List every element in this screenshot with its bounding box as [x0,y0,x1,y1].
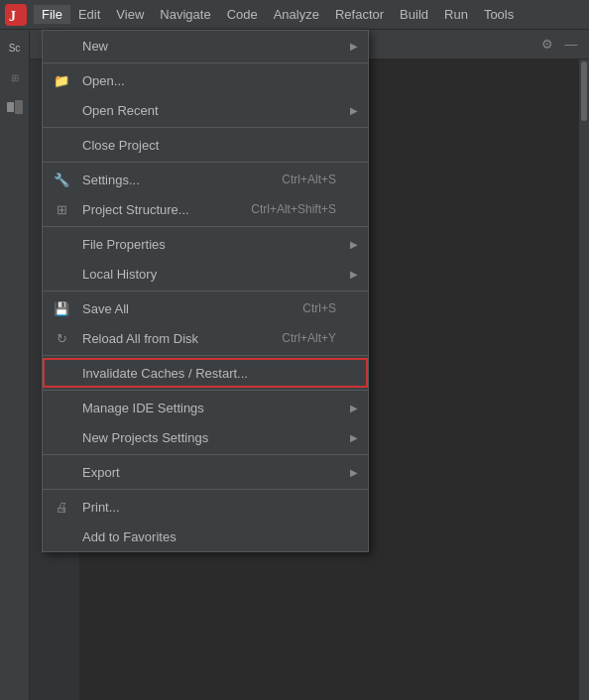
menu-item-save-all[interactable]: 💾Save AllCtrl+S [43,293,368,323]
menu-item-reload-disk[interactable]: ↻Reload All from DiskCtrl+Alt+Y [43,323,368,353]
file-properties-label: File Properties [82,237,166,252]
export-label: Export [82,465,120,480]
svg-rect-3 [15,100,23,114]
menu-item-local-history[interactable]: Local History [43,259,368,289]
svg-text:J: J [9,9,16,24]
menu-item-new-projects-settings[interactable]: New Projects Settings [43,422,368,452]
reload-disk-label: Reload All from Disk [82,331,198,346]
menu-separator [43,291,368,292]
menu-item-settings[interactable]: 🔧Settings...Ctrl+Alt+S [43,165,368,194]
menu-separator [43,355,368,356]
open-recent-label: Open Recent [82,103,159,118]
menu-edit[interactable]: Edit [70,5,108,24]
project-structure-label: Project Structure... [82,202,189,217]
side-panel-files[interactable] [1,93,29,121]
menu-separator [43,226,368,227]
side-panel-project[interactable]: ⊞ [1,63,29,91]
menu-tools[interactable]: Tools [476,5,522,24]
settings-icon[interactable]: ⚙ [537,35,557,55]
local-history-label: Local History [82,267,157,282]
menu-bar: J File Edit View Navigate Code Analyze R… [0,0,589,30]
menu-item-print[interactable]: 🖨Print... [43,492,368,522]
open-label: Open... [82,73,125,88]
app-logo: J [4,3,28,27]
new-projects-settings-label: New Projects Settings [82,430,208,445]
menu-navigate[interactable]: Navigate [152,5,218,24]
editor-scrollbar[interactable] [579,59,589,700]
menu-separator [43,390,368,391]
menu-run[interactable]: Run [436,5,476,24]
menu-file[interactable]: File [34,5,70,24]
menu-refactor[interactable]: Refactor [327,5,392,24]
side-panel-sc[interactable]: Sc [1,34,29,61]
menu-item-export[interactable]: Export [43,457,368,487]
save-all-icon: 💾 [53,299,70,317]
open-icon: 📁 [53,71,70,89]
svg-rect-2 [7,102,14,112]
menu-item-manage-ide[interactable]: Manage IDE Settings [43,393,368,422]
file-menu: New📁Open...Open RecentClose Project🔧Sett… [42,30,369,552]
minimize-icon[interactable]: — [561,35,581,55]
menu-analyze[interactable]: Analyze [266,5,327,24]
menu-item-project-structure[interactable]: ⊞Project Structure...Ctrl+Alt+Shift+S [43,194,368,224]
settings-shortcut: Ctrl+Alt+S [282,173,356,186]
project-structure-icon: ⊞ [53,200,70,218]
new-label: New [82,39,108,54]
project-structure-shortcut: Ctrl+Alt+Shift+S [251,202,356,216]
menu-separator [43,62,368,63]
reload-disk-shortcut: Ctrl+Alt+Y [282,331,356,345]
menu-separator [43,162,368,163]
print-label: Print... [82,500,120,515]
save-all-label: Save All [82,301,129,316]
reload-disk-icon: ↻ [53,329,70,347]
menu-item-open-recent[interactable]: Open Recent [43,95,368,125]
settings-label: Settings... [82,173,140,187]
settings-icon: 🔧 [53,171,70,188]
menu-item-open[interactable]: 📁Open... [43,65,368,95]
menu-item-close-project[interactable]: Close Project [43,130,368,160]
menu-separator [43,489,368,490]
manage-ide-label: Manage IDE Settings [82,401,204,415]
menu-separator [43,127,368,128]
scrollbar-thumb[interactable] [581,61,587,121]
menu-item-file-properties[interactable]: File Properties [43,229,368,259]
menu-item-new[interactable]: New [43,31,368,60]
menu-build[interactable]: Build [392,5,436,24]
add-to-favorites-label: Add to Favorites [82,529,177,544]
menu-item-add-to-favorites[interactable]: Add to Favorites [43,522,368,551]
menu-code[interactable]: Code [219,5,266,24]
menu-item-invalidate-caches[interactable]: Invalidate Caches / Restart... [43,358,368,388]
save-all-shortcut: Ctrl+S [302,301,356,315]
print-icon: 🖨 [53,498,70,516]
side-panel: Sc ⊞ [0,30,30,700]
close-project-label: Close Project [82,138,159,153]
menu-view[interactable]: View [108,5,152,24]
invalidate-caches-label: Invalidate Caches / Restart... [82,366,248,381]
menu-separator [43,454,368,455]
